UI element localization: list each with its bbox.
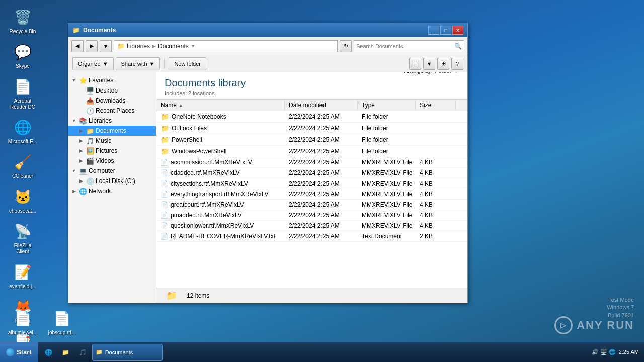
sidebar-item-network[interactable]: ▶ 🌐 Network (68, 186, 156, 196)
desktop-icon-microsoft-edge[interactable]: 🌐 Microsoft E... (5, 115, 40, 147)
minimize-button[interactable]: _ (428, 26, 439, 35)
table-row[interactable]: 📄 questionlower.rtf.MmXReVIxLV 2/22/2024… (156, 221, 467, 231)
table-row[interactable]: 📄 acommission.rtf.MmXReVIxLV 2/22/2024 2… (156, 157, 467, 168)
filezilla-icon: 📡 (13, 221, 33, 241)
desktop-icon-acrobat[interactable]: 📄 Acrobat Reader DC (5, 74, 40, 112)
skype-icon: 💬 (13, 42, 33, 62)
window-titlebar: 📁 Documents _ □ ✕ (68, 23, 467, 37)
sidebar-item-videos[interactable]: ▶ 🎬 Videos (68, 156, 156, 166)
path-libraries[interactable]: Libraries (127, 43, 150, 50)
path-dropdown-arrow: ▼ (191, 43, 196, 49)
sidebar-item-documents[interactable]: ▶ 📁 Documents (68, 126, 156, 136)
desktop-icon-evenfield[interactable]: 📝 evenfield.j... (5, 260, 40, 292)
music-expand-icon: ▶ (77, 137, 85, 144)
file-date-cell: 2/22/2024 2:25 AM (285, 112, 358, 122)
close-button[interactable]: ✕ (452, 26, 463, 35)
column-header-size[interactable]: Size (416, 100, 456, 111)
name-col-label: Name (160, 102, 177, 109)
bottom-file-albumjewel[interactable]: 📄 albumjewel... (5, 306, 40, 338)
back-button[interactable]: ◀ (71, 40, 84, 52)
desktop-icon-recycle-bin[interactable]: 🗑️ Recycle Bin (5, 5, 40, 37)
taskbar-ie-icon[interactable]: 🌐 (41, 344, 57, 360)
address-path[interactable]: 📁 Libraries ▶ Documents ▼ (114, 40, 338, 52)
favorites-label: Favorites (89, 77, 113, 84)
sidebar-item-local-disk[interactable]: ▶ 💿 Local Disk (C:) (68, 176, 156, 186)
folder-icon-small: 📁 (117, 43, 125, 50)
file-name-text: cdadded.rtf.MmXReVIxLV (171, 169, 240, 176)
file-icon-row: 📄 (160, 159, 168, 166)
column-header-date[interactable]: Date modified (285, 100, 358, 111)
taskbar-explorer-active[interactable]: 📁 Documents (92, 344, 163, 361)
taskbar-folder-icon[interactable]: 📁 (58, 344, 74, 360)
file-name-cell: 📄 acommission.rtf.MmXReVIxLV (156, 157, 285, 167)
folder-icon-row: 📁 (160, 124, 169, 132)
right-panel: Documents library Includes: 2 locations … (156, 72, 467, 303)
search-icon[interactable]: 🔍 (454, 43, 462, 50)
refresh-button[interactable]: ↻ (340, 40, 352, 52)
table-row[interactable]: 📄 README-RECOVER-MmXReVIxLV.txt 2/22/202… (156, 231, 467, 242)
view-toggle-button[interactable]: ≡ (409, 58, 421, 70)
libraries-expand-icon: ▼ (70, 117, 77, 124)
libraries-header[interactable]: ▼ 📚 Libraries (68, 116, 156, 126)
file-type-cell: MMXREVIXLV File (358, 189, 416, 199)
taskbar-media-icon[interactable]: 🎵 (75, 344, 91, 360)
share-with-button[interactable]: Share with ▼ (116, 57, 160, 70)
path-documents[interactable]: Documents (158, 43, 189, 50)
table-row[interactable]: 📄 pmadded.rtf.MmXReVIxLV 2/22/2024 2:25 … (156, 210, 467, 221)
start-label: Start (17, 348, 32, 356)
local-disk-expand-icon: ▶ (77, 177, 85, 185)
sidebar-item-pictures[interactable]: ▶ 🖼️ Pictures (68, 146, 156, 156)
column-header-name[interactable]: Name ▲ (156, 100, 285, 111)
folder-icon-row: 📁 (160, 113, 169, 121)
view-dropdown-button[interactable]: ▼ (423, 58, 435, 70)
bottom-file-jobscup[interactable]: 📄 jobscup.rtf... (44, 306, 79, 338)
table-row[interactable]: 📁 PowerShell 2/22/2024 2:25 AM File fold… (156, 134, 467, 146)
preview-pane-button[interactable]: ⊞ (437, 58, 449, 70)
taskbar-clock: 2:25 AM (619, 348, 639, 356)
music-icon: 🎵 (86, 137, 94, 145)
recent-expand-icon (77, 107, 85, 114)
window-controls: _ □ ✕ (428, 26, 463, 35)
acrobat-icon: 📄 (13, 76, 33, 97)
file-name-cell: 📄 questionlower.rtf.MmXReVIxLV (156, 221, 285, 231)
share-with-label: Share with (121, 61, 147, 67)
new-folder-button[interactable]: New folder (169, 57, 206, 70)
file-name-cell: 📁 WindowsPowerShell (156, 146, 285, 157)
column-header-type[interactable]: Type (358, 100, 416, 111)
file-type-cell: File folder (358, 146, 416, 156)
library-header: Documents library Includes: 2 locations … (156, 72, 467, 100)
address-bar: ◀ ▶ ▼ 📁 Libraries ▶ Documents ▼ ↻ 🔍 (68, 37, 467, 55)
recent-icon: 🕐 (86, 107, 94, 115)
start-button[interactable]: Start (0, 342, 38, 363)
sidebar-item-music[interactable]: ▶ 🎵 Music (68, 136, 156, 146)
organize-button[interactable]: Organize ▼ (72, 57, 114, 70)
desktop-icon-ccleaner[interactable]: 🧹 CCleaner (5, 150, 40, 182)
sidebar-item-desktop[interactable]: 🖥️ Desktop (68, 85, 156, 96)
table-row[interactable]: 📄 cdadded.rtf.MmXReVIxLV 2/22/2024 2:25 … (156, 168, 467, 178)
sidebar-item-recent-places[interactable]: 🕐 Recent Places (68, 106, 156, 116)
table-row[interactable]: 📄 everythingtransport.rtf.MmXReVIxLV 2/2… (156, 189, 467, 200)
table-row[interactable]: 📄 greatcourt.rtf.MmXReVIxLV 2/22/2024 2:… (156, 200, 467, 210)
path-sep1: ▶ (152, 43, 156, 49)
table-row[interactable]: 📄 citysections.rtf.MmXReVIxLV 2/22/2024 … (156, 178, 467, 189)
type-col-label: Type (362, 102, 375, 109)
help-button[interactable]: ? (451, 58, 463, 70)
search-box[interactable]: 🔍 (354, 40, 464, 52)
table-row[interactable]: 📁 OneNote Notebooks 2/22/2024 2:25 AM Fi… (156, 111, 467, 123)
desktop-icon-choosecat[interactable]: 🐱 choosecat... (5, 185, 40, 216)
favorites-header[interactable]: ▼ ⭐ Favorites (68, 75, 156, 85)
recent-locations-button[interactable]: ▼ (100, 40, 112, 52)
desktop-icon-filezilla[interactable]: 📡 FileZilla Client (5, 219, 40, 257)
table-row[interactable]: 📁 Outlook Files 2/22/2024 2:25 AM File f… (156, 123, 467, 134)
sidebar-item-downloads[interactable]: 📥 Downloads (68, 96, 156, 106)
search-input[interactable] (356, 43, 454, 49)
toolbar-right: ≡ ▼ ⊞ ? (409, 58, 463, 70)
desktop-icon-skype[interactable]: 💬 Skype (5, 40, 40, 71)
computer-header[interactable]: ▼ 💻 Computer (68, 166, 156, 176)
table-row[interactable]: 📁 WindowsPowerShell 2/22/2024 2:25 AM Fi… (156, 146, 467, 157)
microsoft-edge-label: Microsoft E... (8, 139, 37, 145)
file-size-cell: 4 KB (416, 200, 456, 210)
forward-button[interactable]: ▶ (86, 40, 98, 52)
arrange-dropdown-button[interactable]: Folder ▼ (435, 72, 459, 74)
maximize-button[interactable]: □ (440, 26, 451, 35)
